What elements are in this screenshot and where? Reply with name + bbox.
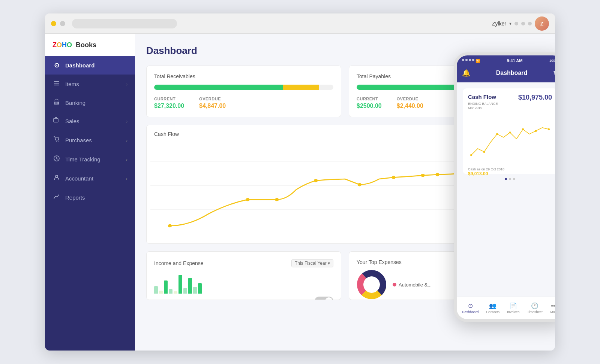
user-name[interactable]: Zylker [492,21,506,27]
phone-bell-icon[interactable]: 🔔 [462,69,470,77]
phone-nav-dashboard[interactable]: ⊙ Dashboard [462,302,478,314]
phone-cashflow-amount: $10,975.00 [518,94,552,101]
dashboard-icon: ⊙ [52,61,61,69]
logo-o1: O [57,41,62,49]
avatar[interactable]: Z [535,16,549,31]
phone-time: 9:41 AM [507,58,523,63]
phone-nav-dashboard-label: Dashboard [462,310,478,314]
phone-header-title: Dashboard [496,70,528,76]
svg-rect-1 [54,83,59,84]
phone-nav-more-label: More [550,310,555,314]
income-expense-header: Income and Expense This Fiscal Year ▾ [154,259,333,267]
svg-rect-3 [54,118,58,122]
sidebar-item-purchases[interactable]: Purchases › [45,131,135,150]
top-expenses-legend: Automobile &... [393,282,432,288]
phone-chart-area: Cash as on 29 Oct 2018 $9,013.00 [468,113,552,169]
svg-rect-0 [54,81,59,82]
phone-nav-timesheet[interactable]: 🕐 Timesheet [527,302,543,314]
items-icon [52,80,61,88]
bar-9 [193,287,197,294]
phone-signal-dots: 🛜 [462,59,480,63]
phone-status-bar: 🛜 9:41 AM 100% [457,55,555,66]
top-expenses-title: Your Top Expenses [357,259,402,265]
wifi-icon: 🛜 [476,59,480,63]
svg-point-16 [358,183,362,186]
svg-point-32 [509,131,511,133]
slide-dot-1 [505,178,507,180]
expenses-pie-chart [357,270,387,300]
toggle-switch[interactable] [315,297,333,300]
svg-point-7 [56,175,58,178]
income-expense-title: Income and Expense [154,260,204,266]
tb-dot1 [514,22,518,25]
sidebar-item-banking[interactable]: 🏛 Banking [45,94,135,112]
receivables-title: Total Receivables [154,73,333,79]
phone-nav-timesheet-icon: 🕐 [531,302,538,309]
window-btn-minimize[interactable] [60,21,65,26]
signal-dot-2 [465,59,468,61]
phone-cashflow-subtitle: ENDING BALANCEMar 2019 [468,101,498,110]
phone-bottom-nav: ⊙ Dashboard 👥 Contacts 📄 Invoices 🕐 Time… [457,297,555,319]
signal-dot-4 [472,59,474,61]
logo-zoho: ZOHO [52,41,72,49]
bar-1 [154,286,158,294]
receivables-current-label: CURRENT [154,97,184,101]
payables-current-label: CURRENT [357,97,382,101]
purchases-chevron-icon: › [126,138,128,143]
sidebar-item-accountant[interactable]: Accountant › [45,169,135,188]
automobile-dot [393,283,396,286]
tb-dot3 [528,22,532,25]
bar-4 [169,289,172,294]
accountant-icon [52,174,61,183]
mobile-overlay: 🛜 9:41 AM 100% 🔔 Dashboard ↻ [454,52,555,322]
receivables-amounts: CURRENT $27,320.00 OVERDUE $4,847.00 [154,97,333,109]
phone-content: Cash Flow ENDING BALANCEMar 2019 $10,975… [457,82,555,297]
svg-point-15 [314,179,318,182]
payables-overdue-label: OVERDUE [397,97,423,101]
bar-10 [198,283,202,294]
sidebar-item-dashboard[interactable]: ⊙ Dashboard [45,56,135,75]
phone-nav-invoices[interactable]: 📄 Invoices [507,302,519,314]
sidebar-item-items[interactable]: Items › [45,75,135,94]
bar-8 [188,278,192,294]
sidebar-item-timetracking[interactable]: Time Tracking › [45,150,135,169]
svg-point-17 [392,176,396,179]
phone-nav-contacts[interactable]: 👥 Contacts [486,302,500,314]
sidebar-label-items: Items [65,81,122,87]
receivables-current: CURRENT $27,320.00 [154,97,184,109]
url-bar[interactable] [72,19,177,28]
window-btn-close[interactable] [51,21,56,26]
timetracking-icon [52,155,61,164]
phone-nav-invoices-label: Invoices [507,310,519,314]
reports-icon [52,193,61,202]
purchases-icon [52,136,61,145]
phone-nav-contacts-label: Contacts [486,310,500,314]
svg-rect-2 [54,85,59,85]
accountant-chevron-icon: › [126,176,128,181]
phone-nav-dashboard-icon: ⊙ [468,302,473,309]
slide-dot-3 [513,178,515,180]
phone-nav-more[interactable]: ••• More [550,303,555,314]
bar-3 [164,280,168,294]
sidebar-item-sales[interactable]: Sales › [45,112,135,131]
expense-item-automobile: Automobile &... [393,282,432,288]
user-dropdown-icon[interactable]: ▾ [509,21,512,26]
phone-cashflow-title: Cash Flow [468,94,498,100]
payables-current-value: $2500.00 [357,103,382,109]
phone-header: 🔔 Dashboard ↻ [457,66,555,82]
phone-chart-amount: $9,013.00 [468,171,552,176]
sidebar-item-reports[interactable]: Reports [45,188,135,207]
sidebar-label-timetracking: Time Tracking [65,156,122,163]
phone-slide-dots [463,178,555,180]
phone-cashflow-chart [468,113,552,165]
income-expense-filter[interactable]: This Fiscal Year ▾ [291,259,333,267]
phone-refresh-icon[interactable]: ↻ [553,70,555,77]
phone-chart-date-label: Cash as on 29 Oct 2018 [468,167,552,171]
receivables-current-bar [154,85,283,90]
phone-nav-more-icon: ••• [551,303,555,309]
phone-battery: 100% [549,59,555,63]
phone-cashflow-header: Cash Flow ENDING BALANCEMar 2019 $10,975… [468,94,552,110]
receivables-overdue-label: OVERDUE [199,97,226,101]
sidebar-label-accountant: Accountant [65,175,122,182]
main-layout: ZOHO Books ⊙ Dashboard Item [45,34,555,351]
